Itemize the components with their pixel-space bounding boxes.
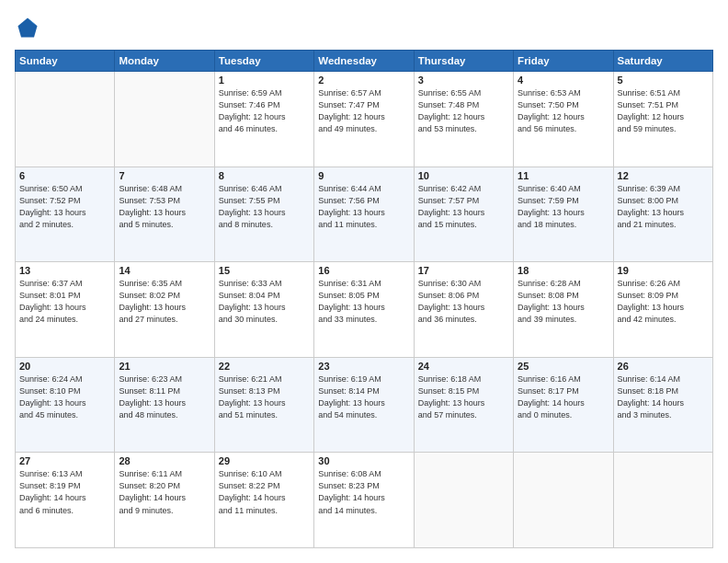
- day-number: 11: [518, 170, 609, 181]
- svg-marker-0: [18, 18, 38, 38]
- day-info: Sunrise: 6:21 AM Sunset: 8:13 PM Dayligh…: [219, 373, 310, 421]
- calendar-cell: 29Sunrise: 6:10 AM Sunset: 8:22 PM Dayli…: [214, 453, 313, 548]
- logo: [15, 15, 44, 40]
- calendar-cell: 4Sunrise: 6:53 AM Sunset: 7:50 PM Daylig…: [514, 72, 613, 167]
- calendar-cell: 23Sunrise: 6:19 AM Sunset: 8:14 PM Dayli…: [314, 357, 414, 453]
- calendar-cell: 6Sunrise: 6:50 AM Sunset: 7:52 PM Daylig…: [16, 167, 115, 262]
- weekday-header-row: SundayMondayTuesdayWednesdayThursdayFrid…: [16, 51, 713, 72]
- day-info: Sunrise: 6:37 AM Sunset: 8:01 PM Dayligh…: [19, 278, 110, 326]
- day-number: 17: [418, 265, 509, 276]
- calendar-table: SundayMondayTuesdayWednesdayThursdayFrid…: [15, 50, 713, 548]
- calendar-cell: 22Sunrise: 6:21 AM Sunset: 8:13 PM Dayli…: [214, 357, 313, 453]
- weekday-header-friday: Friday: [514, 51, 613, 72]
- day-info: Sunrise: 6:35 AM Sunset: 8:02 PM Dayligh…: [119, 278, 210, 326]
- calendar-week-row: 27Sunrise: 6:13 AM Sunset: 8:19 PM Dayli…: [16, 453, 713, 548]
- day-info: Sunrise: 6:10 AM Sunset: 8:22 PM Dayligh…: [219, 468, 310, 516]
- calendar-week-row: 20Sunrise: 6:24 AM Sunset: 8:10 PM Dayli…: [16, 357, 713, 453]
- day-number: 5: [618, 75, 709, 86]
- day-info: Sunrise: 6:46 AM Sunset: 7:55 PM Dayligh…: [219, 183, 310, 231]
- day-number: 29: [219, 455, 310, 466]
- calendar-cell: 13Sunrise: 6:37 AM Sunset: 8:01 PM Dayli…: [16, 262, 115, 358]
- day-number: 26: [618, 361, 709, 372]
- day-number: 15: [219, 265, 310, 276]
- day-number: 28: [119, 455, 210, 466]
- calendar-cell: 16Sunrise: 6:31 AM Sunset: 8:05 PM Dayli…: [314, 262, 414, 358]
- day-info: Sunrise: 6:11 AM Sunset: 8:20 PM Dayligh…: [119, 468, 210, 516]
- day-info: Sunrise: 6:26 AM Sunset: 8:09 PM Dayligh…: [618, 278, 709, 326]
- day-info: Sunrise: 6:28 AM Sunset: 8:08 PM Dayligh…: [518, 278, 609, 326]
- calendar-cell: 14Sunrise: 6:35 AM Sunset: 8:02 PM Dayli…: [115, 262, 214, 358]
- day-info: Sunrise: 6:24 AM Sunset: 8:10 PM Dayligh…: [19, 373, 110, 421]
- calendar-cell: [115, 72, 214, 167]
- day-number: 6: [19, 170, 110, 181]
- day-number: 27: [19, 455, 110, 466]
- calendar-cell: 20Sunrise: 6:24 AM Sunset: 8:10 PM Dayli…: [16, 357, 115, 453]
- day-info: Sunrise: 6:19 AM Sunset: 8:14 PM Dayligh…: [318, 373, 409, 421]
- calendar-cell: 1Sunrise: 6:59 AM Sunset: 7:46 PM Daylig…: [214, 72, 313, 167]
- calendar-cell: 7Sunrise: 6:48 AM Sunset: 7:53 PM Daylig…: [115, 167, 214, 262]
- day-info: Sunrise: 6:30 AM Sunset: 8:06 PM Dayligh…: [418, 278, 509, 326]
- day-info: Sunrise: 6:59 AM Sunset: 7:46 PM Dayligh…: [219, 87, 310, 135]
- day-number: 25: [518, 361, 609, 372]
- weekday-header-sunday: Sunday: [16, 51, 115, 72]
- day-number: 24: [418, 361, 509, 372]
- day-info: Sunrise: 6:44 AM Sunset: 7:56 PM Dayligh…: [318, 183, 409, 231]
- calendar-cell: 21Sunrise: 6:23 AM Sunset: 8:11 PM Dayli…: [115, 357, 214, 453]
- day-number: 22: [219, 361, 310, 372]
- day-info: Sunrise: 6:31 AM Sunset: 8:05 PM Dayligh…: [318, 278, 409, 326]
- header: [15, 15, 713, 40]
- day-number: 18: [518, 265, 609, 276]
- day-number: 21: [119, 361, 210, 372]
- calendar-cell: 17Sunrise: 6:30 AM Sunset: 8:06 PM Dayli…: [414, 262, 513, 358]
- page: SundayMondayTuesdayWednesdayThursdayFrid…: [0, 0, 728, 563]
- calendar-cell: 24Sunrise: 6:18 AM Sunset: 8:15 PM Dayli…: [414, 357, 513, 453]
- day-number: 14: [119, 265, 210, 276]
- calendar-cell: 9Sunrise: 6:44 AM Sunset: 7:56 PM Daylig…: [314, 167, 414, 262]
- calendar-cell: 15Sunrise: 6:33 AM Sunset: 8:04 PM Dayli…: [214, 262, 313, 358]
- weekday-header-tuesday: Tuesday: [214, 51, 313, 72]
- calendar-cell: 26Sunrise: 6:14 AM Sunset: 8:18 PM Dayli…: [613, 357, 712, 453]
- weekday-header-thursday: Thursday: [414, 51, 513, 72]
- day-number: 3: [418, 75, 509, 86]
- calendar-cell: 30Sunrise: 6:08 AM Sunset: 8:23 PM Dayli…: [314, 453, 414, 548]
- weekday-header-monday: Monday: [115, 51, 214, 72]
- calendar-cell: 3Sunrise: 6:55 AM Sunset: 7:48 PM Daylig…: [414, 72, 513, 167]
- calendar-cell: 2Sunrise: 6:57 AM Sunset: 7:47 PM Daylig…: [314, 72, 414, 167]
- day-number: 19: [618, 265, 709, 276]
- calendar-cell: [613, 453, 712, 548]
- day-info: Sunrise: 6:14 AM Sunset: 8:18 PM Dayligh…: [618, 373, 709, 421]
- day-info: Sunrise: 6:08 AM Sunset: 8:23 PM Dayligh…: [318, 468, 409, 516]
- day-number: 12: [618, 170, 709, 181]
- day-info: Sunrise: 6:13 AM Sunset: 8:19 PM Dayligh…: [19, 468, 110, 516]
- day-info: Sunrise: 6:57 AM Sunset: 7:47 PM Dayligh…: [318, 87, 409, 135]
- calendar-week-row: 13Sunrise: 6:37 AM Sunset: 8:01 PM Dayli…: [16, 262, 713, 358]
- calendar-cell: 19Sunrise: 6:26 AM Sunset: 8:09 PM Dayli…: [613, 262, 712, 358]
- calendar-week-row: 6Sunrise: 6:50 AM Sunset: 7:52 PM Daylig…: [16, 167, 713, 262]
- calendar-cell: [514, 453, 613, 548]
- calendar-cell: [414, 453, 513, 548]
- day-info: Sunrise: 6:51 AM Sunset: 7:51 PM Dayligh…: [618, 87, 709, 135]
- day-number: 30: [318, 455, 409, 466]
- day-info: Sunrise: 6:48 AM Sunset: 7:53 PM Dayligh…: [119, 183, 210, 231]
- day-info: Sunrise: 6:53 AM Sunset: 7:50 PM Dayligh…: [518, 87, 609, 135]
- day-number: 10: [418, 170, 509, 181]
- day-number: 16: [318, 265, 409, 276]
- day-number: 1: [219, 75, 310, 86]
- calendar-cell: [16, 72, 115, 167]
- day-number: 8: [219, 170, 310, 181]
- calendar-cell: 27Sunrise: 6:13 AM Sunset: 8:19 PM Dayli…: [16, 453, 115, 548]
- day-info: Sunrise: 6:42 AM Sunset: 7:57 PM Dayligh…: [418, 183, 509, 231]
- day-info: Sunrise: 6:33 AM Sunset: 8:04 PM Dayligh…: [219, 278, 310, 326]
- day-number: 7: [119, 170, 210, 181]
- weekday-header-saturday: Saturday: [613, 51, 712, 72]
- calendar-cell: 12Sunrise: 6:39 AM Sunset: 8:00 PM Dayli…: [613, 167, 712, 262]
- calendar-cell: 18Sunrise: 6:28 AM Sunset: 8:08 PM Dayli…: [514, 262, 613, 358]
- day-number: 2: [318, 75, 409, 86]
- day-info: Sunrise: 6:39 AM Sunset: 8:00 PM Dayligh…: [618, 183, 709, 231]
- weekday-header-wednesday: Wednesday: [314, 51, 414, 72]
- calendar-cell: 5Sunrise: 6:51 AM Sunset: 7:51 PM Daylig…: [613, 72, 712, 167]
- day-info: Sunrise: 6:40 AM Sunset: 7:59 PM Dayligh…: [518, 183, 609, 231]
- calendar-cell: 25Sunrise: 6:16 AM Sunset: 8:17 PM Dayli…: [514, 357, 613, 453]
- calendar-cell: 8Sunrise: 6:46 AM Sunset: 7:55 PM Daylig…: [214, 167, 313, 262]
- calendar-week-row: 1Sunrise: 6:59 AM Sunset: 7:46 PM Daylig…: [16, 72, 713, 167]
